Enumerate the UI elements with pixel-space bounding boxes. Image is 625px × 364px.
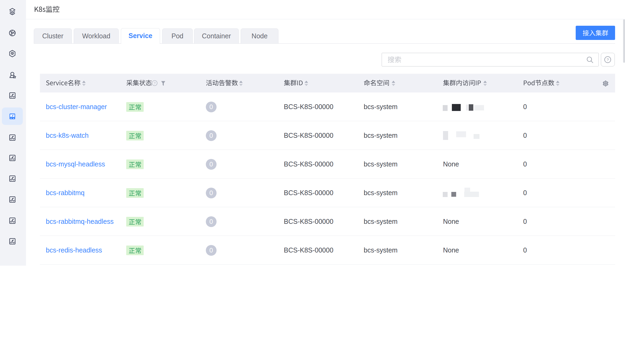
svg-text:?: ? xyxy=(154,81,155,85)
svg-text:?: ? xyxy=(607,57,609,62)
